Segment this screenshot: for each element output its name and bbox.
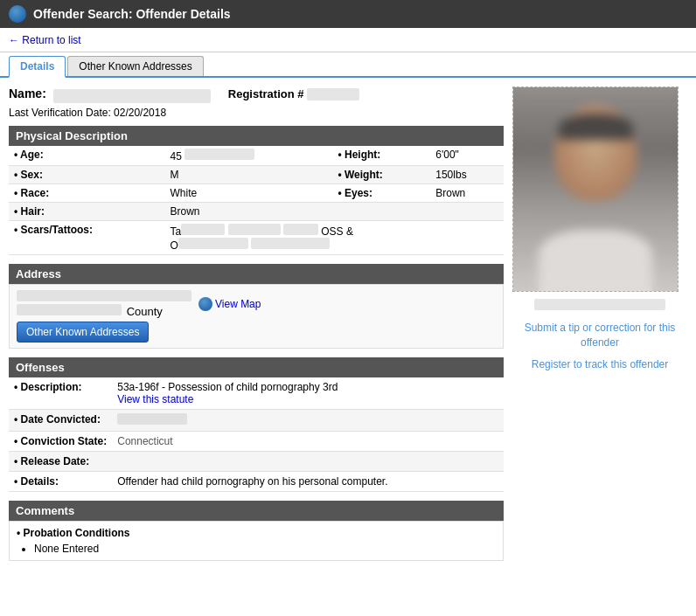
name-label: Name:	[9, 87, 46, 100]
age-label: • Age:	[9, 146, 165, 166]
weight-label: • Weight:	[332, 166, 430, 184]
address-line2: County	[17, 304, 191, 318]
address-section: Address County View Map	[9, 264, 504, 349]
verification-date: 02/20/2018	[114, 107, 166, 119]
tab-other-known-addresses[interactable]: Other Known Addresses	[67, 56, 203, 76]
phys-row-hair: • Hair: Brown	[9, 203, 504, 221]
physical-description-header: Physical Description	[9, 126, 504, 146]
globe-icon	[9, 5, 26, 23]
address-content: County View Map Other Known Addresses	[9, 284, 504, 349]
release-date-label: • Release Date:	[9, 452, 112, 472]
globe-map-icon	[198, 297, 212, 311]
offense-row-release: • Release Date:	[9, 452, 504, 472]
conviction-state-label: • Conviction State:	[9, 432, 112, 452]
offense-row-state: • Conviction State: Connecticut	[9, 432, 504, 452]
address-line2-blurred	[17, 304, 122, 315]
verification-row: Last Verification Date: 02/20/2018	[9, 107, 504, 119]
weight-value: 150lbs	[430, 166, 504, 184]
address-row: County View Map	[17, 290, 496, 318]
phys-row-age: • Age: 45 • Height: 6'00"	[9, 146, 504, 166]
offense-description-label: • Description:	[9, 377, 112, 410]
offense-row-description: • Description: 53a-196f - Possession of …	[9, 377, 504, 410]
address-line1-blurred	[17, 290, 191, 301]
view-statute-link[interactable]: View this statute	[117, 393, 498, 405]
hair-value: Brown	[165, 203, 504, 221]
photo-name-blurred	[534, 299, 665, 310]
date-convicted-label: • Date Convicted:	[9, 410, 112, 432]
right-links: Submit a tip or correction for this offe…	[512, 317, 687, 382]
return-link-label: Return to list	[22, 34, 80, 46]
probation-conditions-label: • Probation Conditions	[17, 527, 496, 539]
other-addresses-btn-container: Other Known Addresses	[17, 322, 496, 343]
page-header: Offender Search: Offender Details	[0, 0, 696, 28]
details-value: Offender had child pornography on his pe…	[112, 472, 504, 492]
return-link[interactable]: ← Return to list	[9, 34, 81, 46]
offense-row-details: • Details: Offender had child pornograph…	[9, 472, 504, 492]
date-convicted-blurred	[117, 413, 187, 425]
scars-label: • Scars/Tattoos:	[9, 221, 165, 255]
return-arrow: ←	[9, 34, 19, 46]
sex-value: M	[165, 166, 333, 184]
offense-row-date: • Date Convicted:	[9, 410, 504, 432]
address-header: Address	[9, 264, 504, 284]
registration-value-blurred	[307, 88, 359, 100]
registration-area: Registration #	[228, 87, 360, 100]
view-map-link[interactable]: View Map	[198, 297, 261, 311]
scars-value: Ta OSS & O	[165, 221, 504, 255]
page-title: Offender Search: Offender Details	[33, 7, 231, 21]
age-blurred	[184, 149, 254, 160]
other-known-addresses-button[interactable]: Other Known Addresses	[17, 322, 149, 343]
submit-tip-link[interactable]: Submit a tip or correction for this offe…	[516, 321, 684, 350]
county-text: County	[127, 305, 163, 318]
comments-header: Comments	[9, 501, 504, 521]
view-map-label: View Map	[215, 298, 261, 310]
name-value-blurred	[53, 89, 211, 103]
details-label: • Details:	[9, 472, 112, 492]
none-entered-item: None Entered	[34, 543, 496, 555]
offender-photo	[513, 87, 678, 291]
release-date-value	[112, 452, 504, 472]
scars-blurred-3	[283, 224, 318, 235]
phys-row-race: • Race: White • Eyes: Brown	[9, 184, 504, 203]
scars-blurred-1	[181, 224, 225, 235]
right-panel: Submit a tip or correction for this offe…	[512, 87, 687, 570]
phys-row-sex: • Sex: M • Weight: 150lbs	[9, 166, 504, 184]
register-track-link[interactable]: Register to track this offender	[516, 357, 684, 372]
date-convicted-value	[112, 410, 504, 432]
left-panel: Name: Registration # Last Verification D…	[9, 87, 504, 570]
offenses-header: Offenses	[9, 357, 504, 377]
name-section: Name: Registration #	[9, 87, 504, 103]
eyes-value: Brown	[430, 184, 504, 203]
main-content: Name: Registration # Last Verification D…	[0, 78, 696, 578]
sex-label: • Sex:	[9, 166, 165, 184]
scars-blurred-2	[228, 224, 281, 235]
comments-content: • Probation Conditions None Entered	[9, 521, 504, 561]
phys-row-scars: • Scars/Tattoos: Ta OSS & O	[9, 221, 504, 255]
address-lines: County	[17, 290, 191, 318]
offenses-section: Offenses • Description: 53a-196f - Posse…	[9, 357, 504, 492]
probation-conditions-list: None Entered	[34, 543, 496, 555]
conviction-state-value: Connecticut	[112, 432, 504, 452]
comments-section: Comments • Probation Conditions None Ent…	[9, 501, 504, 561]
height-value: 6'00"	[430, 146, 504, 166]
offense-description-value: 53a-196f - Possession of child pornograp…	[112, 377, 504, 410]
physical-description-table: • Age: 45 • Height: 6'00" • Sex: M • Wei…	[9, 146, 504, 255]
photo-blur-overlay	[513, 87, 678, 291]
height-label: • Height:	[332, 146, 430, 166]
race-label: • Race:	[9, 184, 165, 203]
scars-blurred-4	[178, 238, 248, 249]
return-bar: ← Return to list	[0, 28, 696, 52]
eyes-label: • Eyes:	[332, 184, 430, 203]
registration-label: Registration #	[228, 87, 304, 100]
race-value: White	[165, 184, 333, 203]
verification-label: Last Verification Date:	[9, 107, 111, 119]
age-value: 45	[165, 146, 333, 166]
tab-details[interactable]: Details	[9, 56, 66, 78]
hair-label: • Hair:	[9, 203, 165, 221]
scars-blurred-5	[251, 238, 330, 249]
offense-table: • Description: 53a-196f - Possession of …	[9, 377, 504, 492]
offender-photo-box	[512, 87, 679, 292]
tabs-bar: Details Other Known Addresses	[0, 52, 696, 78]
